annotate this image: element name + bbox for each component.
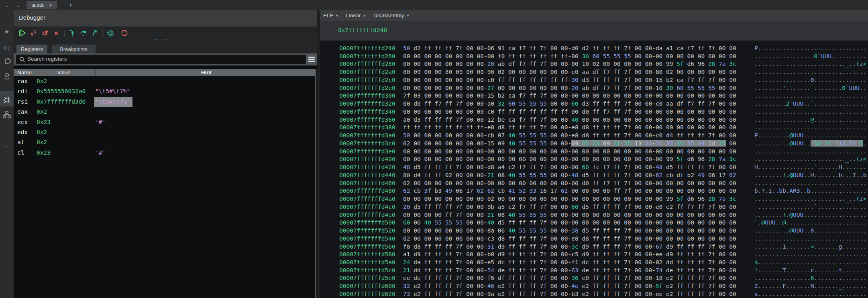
hex-row-ascii[interactable]: H................`......H....... xyxy=(754,163,867,171)
hex-row-ascii[interactable]: .........2`UUU..`............... xyxy=(754,100,867,108)
hex-row-ascii[interactable]: ........!.@UUU.................. xyxy=(754,211,867,219)
hex-row-ascii[interactable]: ........ ................._..(z< xyxy=(754,60,867,68)
hierarchy-icon[interactable] xyxy=(0,108,14,122)
debugger-bug-icon[interactable] xyxy=(0,93,14,106)
hex-row-bytes[interactable]: 00 00 00 00 00 00 00 00-02 00 00 00 00 0… xyxy=(403,195,736,203)
hex-row[interactable]: 00007fffffffd3a050 00 00 00 00 00 00 00-… xyxy=(339,132,868,140)
hex-row-bytes[interactable]: a0 d3 ff ff ff 7f 00 00-12 be ca f7 ff 7… xyxy=(403,116,736,124)
hex-row-ascii[interactable]: ................................ xyxy=(754,108,867,116)
more-icon[interactable]: ⋯ xyxy=(0,139,14,153)
hex-row-ascii[interactable]: ................0............... xyxy=(754,76,867,84)
hex-row-bytes[interactable]: 00 00 00 00 00 00 00 00-8a 06 40 55 55 5… xyxy=(403,227,736,235)
hex-row-bytes[interactable]: 00 00 00 00 00 00 00 00-20 ab df f7 ff 7… xyxy=(403,60,736,68)
hex-row-bytes[interactable]: 00 00 00 00 00 00 00 00-c0 ff ff ff ff f… xyxy=(403,76,736,84)
back-arrow-icon[interactable]: ← xyxy=(3,1,12,9)
layout-dropdown[interactable]: Linear▼ xyxy=(346,10,366,21)
hex-row-ascii[interactable]: ................................ xyxy=(754,235,867,243)
memory-map-pin-icon[interactable] xyxy=(0,70,14,84)
tab-aout[interactable]: a.out● xyxy=(26,1,57,9)
hex-row[interactable]: 00007fffffffd2c000 00 00 00 00 00 00 00-… xyxy=(339,76,868,84)
hex-row-bytes[interactable]: 00 00 00 00 00 00 00 00-00 00 00 00 00 0… xyxy=(403,155,736,163)
hex-row[interactable]: 00007fffffffd26000 00 00 00 00 00 00 00-… xyxy=(339,53,868,61)
hex-row-bytes[interactable]: 00 d0 ff f7 ff 7f 00 00-a0 32 60 55 55 5… xyxy=(403,100,736,108)
hex-row-ascii[interactable]: P.........@UUU.................. xyxy=(754,132,867,140)
hex-row-ascii[interactable]: ................................ xyxy=(754,148,867,156)
hex-row[interactable]: 00007fffffffd32000 d0 ff f7 ff 7f 00 00-… xyxy=(339,100,868,108)
hex-row[interactable]: 00007fffffffd5a024 da ff ff ff 7f 00 00-… xyxy=(339,259,868,267)
hex-row-bytes[interactable]: 48 d5 ff ff ff 7f 00 00-d8 a4 c2 f7 ff 7… xyxy=(403,163,736,171)
hex-row-ascii[interactable]: b.?.I..bb.AR3..b................ xyxy=(754,187,867,195)
hex-row-bytes[interactable]: a1 d9 ff ff ff 7f 00 00-b0 d9 ff ff ff 7… xyxy=(403,251,736,259)
hex-row-bytes[interactable]: 02 00 00 00 00 00 00 00-00 00 00 00 00 0… xyxy=(403,180,736,188)
hex-row-ascii[interactable]: ................@............... xyxy=(754,116,867,124)
hex-row[interactable]: 00007fffffffd4c020 d5 ff ff ff 7f 00 00-… xyxy=(339,203,868,211)
hex-row-ascii[interactable]: `.@UUU..@....................... xyxy=(754,219,867,227)
debugger-scrollbar[interactable] xyxy=(315,69,316,298)
hex-row-bytes[interactable]: 02 00 00 00 00 00 00 00-15 09 40 55 55 5… xyxy=(403,140,736,148)
hex-row[interactable]: 00007fffffffd44080 d4 ff ff 02 00 00 00-… xyxy=(339,171,868,180)
search-registers-input[interactable]: Search registers xyxy=(16,55,306,64)
hex-row-ascii[interactable]: s............................... xyxy=(754,290,867,298)
hex-row[interactable]: 00007fffffffd60032 e2 ff ff ff 7f 00 00-… xyxy=(339,282,868,290)
hex-row[interactable]: 00007fffffffd4a000 00 00 00 00 00 00 00-… xyxy=(339,195,868,203)
hex-row-ascii[interactable]: ..........@UUU...5#.?%."13;54.5. xyxy=(754,140,867,148)
register-row[interactable]: rdi0x5555556032a0"\t5#\t?%" xyxy=(14,86,315,96)
hex-row-bytes[interactable]: 20 d5 ff ff ff 7f 00 00-9b a5 c2 f7 ff 7… xyxy=(403,203,736,211)
xrefs-icon[interactable]: # xyxy=(0,25,14,39)
hex-row[interactable]: 00007fffffffd52000 00 00 00 00 00 00 00-… xyxy=(339,227,868,235)
register-row[interactable]: edx0x2 xyxy=(14,127,315,137)
hex-row[interactable]: 00007fffffffd46002 00 00 00 00 00 00 00-… xyxy=(339,180,868,188)
hex-row-bytes[interactable]: ee de ff ff ff 7f 00 00-f6 df ff ff ff 7… xyxy=(403,274,736,282)
hex-row[interactable]: 00007fffffffd3007f 03 00 00 00 00 00 00-… xyxy=(339,92,868,100)
hex-row-ascii[interactable]: ................6............... xyxy=(754,274,867,282)
step-return-button[interactable] xyxy=(90,29,100,38)
types-icon[interactable]: {T} xyxy=(0,41,14,54)
register-row[interactable]: rsi0x7fffffffd3d0"\t5#\t?%" xyxy=(14,97,315,107)
hex-row-ascii[interactable]: ................................ xyxy=(754,124,867,132)
hex-row-bytes[interactable]: 73 e2 ff ff ff 7f 00 00-9a e2 ff ff ff 7… xyxy=(403,290,736,298)
hex-row[interactable]: 00007fffffffd2a080 09 00 00 80 09 00 00-… xyxy=(339,68,868,76)
hex-row-bytes[interactable]: 80 d4 ff ff 02 00 00 00-21 08 40 55 55 5… xyxy=(403,171,736,180)
hex-row-bytes[interactable]: 00 00 00 00 00 00 00 00-00 00 00 00 00 0… xyxy=(403,148,736,156)
hex-row-ascii[interactable]: $............................... xyxy=(754,259,867,267)
hex-row[interactable]: 00007fffffffd54002 00 00 00 00 00 00 00-… xyxy=(339,235,868,243)
hex-row-ascii[interactable]: ................................ xyxy=(754,180,867,188)
hex-row-bytes[interactable]: 00 00 00 00 00 00 00 00-27 00 00 00 00 0… xyxy=(403,84,736,92)
hamburger-menu-icon[interactable] xyxy=(308,57,315,62)
register-row[interactable]: rax0x2 xyxy=(14,76,315,86)
register-row[interactable]: cl0x23'#' xyxy=(14,148,315,158)
hex-row[interactable]: 00007fffffffd34000 00 00 00 00 00 00 00-… xyxy=(339,108,868,116)
hex-row[interactable]: 00007fffffffd24050 d2 ff ff ff 7f 00 00-… xyxy=(339,45,868,53)
stop-button[interactable]: × xyxy=(51,29,61,38)
hex-row[interactable]: 00007fffffffd3e000 00 00 00 00 00 00 00-… xyxy=(339,148,868,156)
hex-row-ascii[interactable]: ................................ xyxy=(754,92,867,100)
hex-row-ascii[interactable]: ................`.............. xyxy=(754,203,867,211)
hex-row-bytes[interactable]: 00 00 00 00 ff 7f 00 00-21 08 40 55 55 5… xyxy=(403,211,736,219)
hex-row[interactable]: 00007fffffffd42048 d5 ff ff ff 7f 00 00-… xyxy=(339,163,868,171)
hex-row-ascii[interactable]: !.......T.......c.......t....... xyxy=(754,267,867,275)
register-row[interactable]: eax0x2 xyxy=(14,107,315,117)
hex-row[interactable]: 00007fffffffd5e0ee de ff ff ff 7f 00 00-… xyxy=(339,274,868,282)
hex-row-bytes[interactable]: 80 09 00 00 80 09 00 00-90 02 00 00 00 0… xyxy=(403,68,736,76)
hex-row[interactable]: 00007fffffffd3c002 00 00 00 00 00 00 00-… xyxy=(339,140,868,148)
hex-row[interactable]: 00007fffffffd580a1 d9 ff ff ff 7f 00 00-… xyxy=(339,251,868,259)
hex-row[interactable]: 00007fffffffd4e000 00 00 00 ff 7f 00 00-… xyxy=(339,211,868,219)
hex-row[interactable]: 00007fffffffd48062 cb 3f b3 49 06 17 62-… xyxy=(339,187,868,195)
hex-row-bytes[interactable]: 32 e2 ff ff ff 7f 00 00-46 e2 ff ff ff 7… xyxy=(403,282,736,290)
hex-row-ascii[interactable]: .................0`UUU.......... xyxy=(754,53,867,61)
hex-row-bytes[interactable]: 50 d2 ff ff ff 7f 00 00-06 91 ca f7 ff 7… xyxy=(403,45,736,53)
settings-gear-icon[interactable] xyxy=(106,29,115,38)
hex-row-ascii[interactable]: ........'....... ........0`UUU.. xyxy=(754,84,867,92)
hex-row[interactable]: 00007fffffffd62073 e2 ff ff ff 7f 00 00-… xyxy=(339,290,868,298)
hex-row[interactable]: 00007fffffffd40000 00 00 00 00 00 00 00-… xyxy=(339,155,868,163)
hex-row-bytes[interactable]: 21 dd ff ff ff 7f 00 00-54 de ff ff ff 7… xyxy=(403,267,736,275)
hex-row-bytes[interactable]: 7f 03 00 00 00 00 00 00-15 b2 ca f7 ff 7… xyxy=(403,92,736,100)
kill-button[interactable] xyxy=(29,29,39,38)
hex-row[interactable]: 00007fffffffd560f8 d8 ff ff ff 7f 00 00-… xyxy=(339,243,868,251)
hex-row-bytes[interactable]: ff ff ff ff ff ff ff ff-e8 d8 ff ff ff 7… xyxy=(403,124,736,132)
hex-row-ascii[interactable]: 2.......F.......N......._....... xyxy=(754,282,867,290)
hex-row-ascii[interactable]: ................................ xyxy=(754,68,867,76)
hex-row-bytes[interactable]: 02 00 00 00 00 00 00 00-c3 d8 ff ff ff 7… xyxy=(403,235,736,243)
breakpoint-circle-button[interactable] xyxy=(120,29,129,38)
hex-row-bytes[interactable]: 00 00 00 00 00 00 00 00-00 f0 ff ff ff f… xyxy=(403,53,736,61)
